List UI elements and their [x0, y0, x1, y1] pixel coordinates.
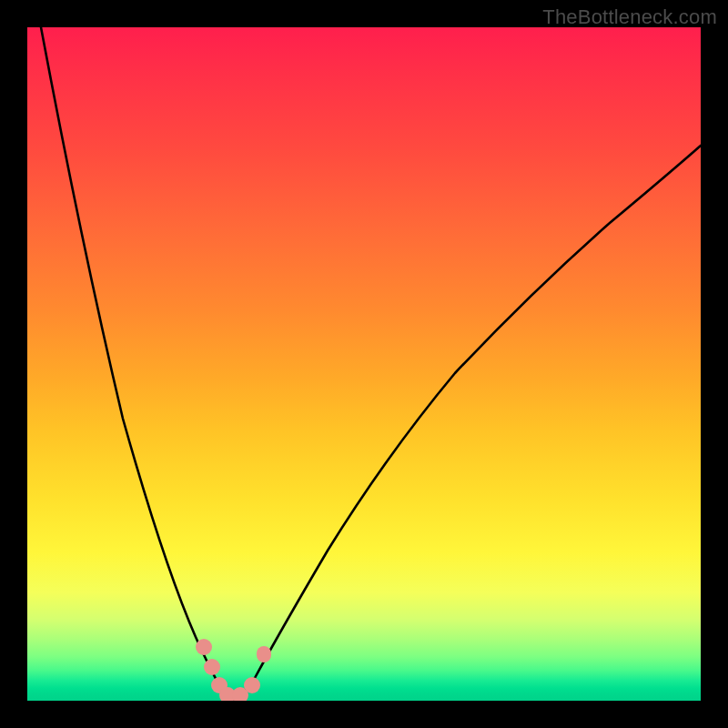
bottleneck-curve — [27, 27, 701, 701]
marker-dot — [204, 659, 220, 675]
curve-left-branch — [41, 27, 232, 700]
watermark-text: TheBottleneck.com — [542, 5, 717, 29]
plot-area — [27, 27, 701, 701]
marker-dot — [257, 646, 271, 662]
curve-right-branch — [232, 146, 701, 700]
chart-stage: TheBottleneck.com — [0, 0, 728, 728]
marker-dot — [196, 639, 212, 655]
marker-dot — [244, 677, 260, 693]
